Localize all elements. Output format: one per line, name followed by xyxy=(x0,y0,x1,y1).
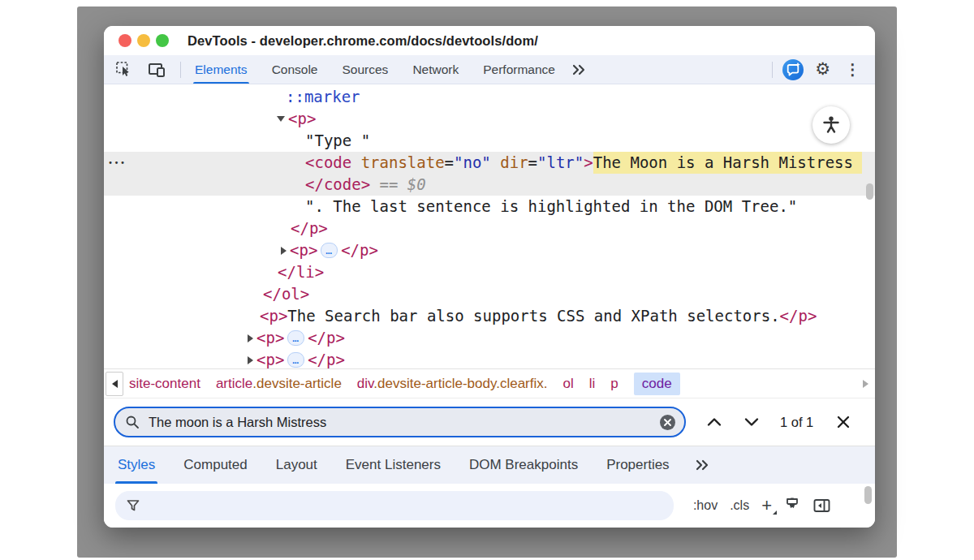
dom-token: </p> xyxy=(291,218,328,239)
dom-token: translate xyxy=(361,152,445,174)
tab-styles[interactable]: Styles xyxy=(118,446,155,484)
next-result-button[interactable] xyxy=(741,411,762,433)
dom-token: = xyxy=(528,152,537,174)
dom-token: <p> xyxy=(288,108,316,130)
dom-token: </p> xyxy=(308,349,345,368)
dom-token: "Type " xyxy=(305,130,370,152)
tab-sources[interactable]: Sources xyxy=(343,55,389,84)
dom-token: "no" xyxy=(454,152,491,174)
expander-right-icon[interactable] xyxy=(281,247,287,255)
crumb-tag: li xyxy=(589,376,596,391)
close-window-button[interactable] xyxy=(119,34,131,47)
breadcrumb-scroll-right-icon[interactable] xyxy=(863,380,868,388)
chevron-left-icon xyxy=(112,380,118,388)
settings-gear-icon[interactable]: ⚙ xyxy=(815,61,830,78)
tab-event-listeners[interactable]: Event Listeners xyxy=(346,446,441,484)
search-field[interactable] xyxy=(114,407,686,437)
close-search-icon[interactable] xyxy=(833,411,854,433)
dom-node-row[interactable]: </li> xyxy=(104,261,875,283)
style-filter-field[interactable] xyxy=(115,491,674,520)
tab-properties[interactable]: Properties xyxy=(606,446,669,484)
main-toolbar: ElementsConsoleSourcesNetworkPerformance xyxy=(104,55,875,84)
styles-filter-bar: :hov .cls + xyxy=(104,484,875,528)
expander-right-icon[interactable] xyxy=(248,356,253,364)
toggle-sidebar-icon[interactable] xyxy=(812,497,831,515)
tab-dom-breakpoints[interactable]: DOM Breakpoints xyxy=(469,446,578,484)
tab-elements[interactable]: Elements xyxy=(195,55,248,84)
breadcrumb-item-ol[interactable]: ol xyxy=(563,376,574,392)
element-classes-button[interactable]: .cls xyxy=(730,498,749,513)
expand-ellipsis-button[interactable]: … xyxy=(321,243,338,258)
dom-scrollbar-thumb[interactable] xyxy=(866,183,873,200)
styles-scrollbar-thumb[interactable] xyxy=(864,486,872,504)
title-bar: DevTools - developer.chrome.com/docs/dev… xyxy=(104,26,875,55)
rendering-emulation-icon[interactable] xyxy=(783,497,801,515)
ai-assistance-icon[interactable] xyxy=(782,59,804,80)
tab-performance[interactable]: Performance xyxy=(483,55,555,84)
dom-node-row[interactable]: "Type " xyxy=(104,130,875,152)
toolbar-right-icons: ⚙ ⋮ xyxy=(770,59,865,80)
crumb-classes: .devsite-article xyxy=(252,376,342,391)
dom-token xyxy=(370,174,379,196)
more-panels-icon[interactable] xyxy=(571,62,587,77)
dom-node-row[interactable]: </p> xyxy=(104,218,875,239)
clear-search-icon[interactable] xyxy=(659,414,676,431)
previous-result-button[interactable] xyxy=(704,411,725,433)
breadcrumb-scroll-left-button[interactable] xyxy=(106,372,123,396)
dom-node-row[interactable]: </code> == $0 xyxy=(104,174,875,196)
dom-token: </ol> xyxy=(263,283,309,305)
tab-layout[interactable]: Layout xyxy=(276,446,317,484)
dom-node-row[interactable]: <p>The Search bar also supports CSS and … xyxy=(104,305,875,327)
dom-token: </code> xyxy=(305,174,370,196)
toggle-element-state-button[interactable]: :hov xyxy=(693,498,718,513)
breadcrumb-item-li[interactable]: li xyxy=(589,376,596,392)
dom-token: The Moon is a Harsh Mistress xyxy=(593,152,862,174)
breadcrumb-item-p[interactable]: p xyxy=(610,376,618,392)
customize-menu-icon[interactable]: ⋮ xyxy=(845,60,860,79)
toolbar-divider xyxy=(772,62,773,78)
tab-computed[interactable]: Computed xyxy=(183,446,247,484)
dom-token: </p> xyxy=(308,327,345,349)
expand-ellipsis-button[interactable]: … xyxy=(287,330,304,346)
tab-console[interactable]: Console xyxy=(272,55,318,84)
dom-node-row[interactable]: ". The last sentence is highlighted in t… xyxy=(104,196,875,218)
dom-node-row[interactable]: •••<code translate="no" dir="ltr">The Mo… xyxy=(104,152,875,174)
breadcrumb-item-article[interactable]: article.devsite-article xyxy=(216,376,342,392)
crumb-tag: div xyxy=(357,376,373,391)
dom-node-row[interactable]: </ol> xyxy=(104,283,875,305)
breadcrumb-item-code[interactable]: code xyxy=(634,373,680,395)
breadcrumb-item-div[interactable]: div.devsite-article-body.clearfix. xyxy=(357,376,548,392)
dom-node-row[interactable]: <p>…</p> xyxy=(104,327,875,349)
dom-node-row[interactable]: <p>…</p> xyxy=(104,349,875,368)
expander-right-icon[interactable] xyxy=(248,334,253,342)
styles-toolbar-buttons: :hov .cls + xyxy=(681,497,831,515)
search-input[interactable] xyxy=(147,414,659,431)
tab-network[interactable]: Network xyxy=(412,55,459,84)
device-toolbar-icon[interactable] xyxy=(146,59,167,80)
breadcrumb-item-site-content[interactable]: site-content xyxy=(129,376,200,392)
crumb-tag: p xyxy=(610,376,618,391)
dom-node-row[interactable]: <p>…</p> xyxy=(104,239,875,261)
dom-node-row[interactable]: <p> xyxy=(104,108,875,130)
dom-token: The Search bar also supports CSS and XPa… xyxy=(287,305,779,327)
crumb-tag: code xyxy=(642,376,672,391)
dom-token: <p> xyxy=(260,305,287,327)
expander-down-icon[interactable] xyxy=(277,116,285,122)
new-style-rule-button[interactable]: + xyxy=(761,497,772,515)
accessibility-fab[interactable] xyxy=(812,106,850,144)
inspect-element-icon[interactable] xyxy=(114,59,135,80)
zoom-window-button[interactable] xyxy=(156,34,169,47)
dom-token: $0 xyxy=(407,174,426,196)
overflow-dots-icon[interactable]: ••• xyxy=(108,152,127,174)
toolbar-divider xyxy=(180,62,181,78)
dom-node-row[interactable]: ::marker xyxy=(104,86,875,108)
dom-token: </p> xyxy=(780,305,817,327)
crumb-tag: site-content xyxy=(129,376,200,391)
breadcrumb: site-contentarticle.devsite-articlediv.d… xyxy=(104,368,875,398)
dom-token: <p> xyxy=(256,327,284,349)
dom-token: </li> xyxy=(278,261,324,283)
dom-token: ::marker xyxy=(286,86,360,108)
minimize-window-button[interactable] xyxy=(137,34,150,47)
more-styles-tabs-icon[interactable] xyxy=(693,446,711,484)
expand-ellipsis-button[interactable]: … xyxy=(287,352,304,368)
